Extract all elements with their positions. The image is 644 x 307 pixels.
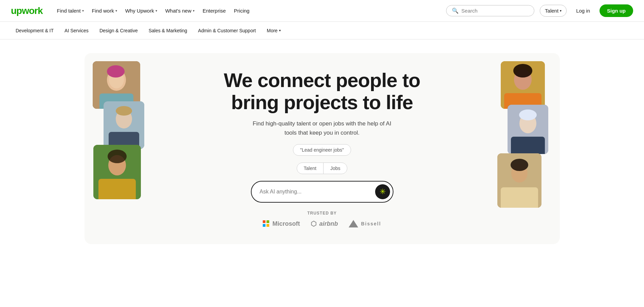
sec-nav-admin[interactable]: Admin & Customer Support (193, 25, 260, 36)
sec-nav-more[interactable]: More ▾ (262, 25, 286, 36)
main-navbar: upwork Find talent ▾ Find work ▾ Why Upw… (0, 0, 644, 22)
bissell-icon (349, 220, 358, 227)
svg-point-24 (511, 159, 528, 171)
nav-links: Find talent ▾ Find work ▾ Why Upwork ▾ W… (54, 5, 446, 16)
ai-star-icon: ✳ (380, 187, 386, 196)
nav-pricing[interactable]: Pricing (231, 5, 253, 16)
nav-why-upwork[interactable]: Why Upwork ▾ (122, 5, 161, 16)
secondary-navbar: Development & IT AI Services Design & Cr… (0, 22, 644, 39)
hero-card: We connect people to bring projects to l… (85, 53, 560, 244)
chevron-down-icon: ▾ (279, 29, 281, 32)
svg-rect-19 (511, 137, 545, 154)
upwork-logo[interactable]: upwork (11, 5, 43, 16)
chevron-down-icon: ▾ (82, 9, 84, 13)
login-button[interactable]: Log in (572, 5, 594, 16)
microsoft-logo: Microsoft (263, 220, 300, 227)
sec-nav-design[interactable]: Design & Creative (95, 25, 143, 36)
nav-whats-new[interactable]: What's new ▾ (162, 5, 198, 16)
svg-point-8 (116, 106, 132, 116)
bissell-logo: Bissell (349, 220, 381, 227)
person-photo-5 (508, 105, 548, 154)
chevron-down-icon: ▾ (115, 9, 117, 13)
trusted-section: TRUSTED BY Microsoft ⬡ airbnb (263, 211, 381, 228)
svg-point-12 (108, 150, 127, 163)
airbnb-icon: ⬡ (311, 220, 316, 228)
airbnb-logo: ⬡ airbnb (311, 220, 338, 228)
nav-find-talent[interactable]: Find talent ▾ (54, 5, 87, 16)
nav-find-work[interactable]: Find work ▾ (89, 5, 121, 16)
trusted-logos: Microsoft ⬡ airbnb Bissell (263, 220, 381, 228)
nav-enterprise[interactable]: Enterprise (199, 5, 229, 16)
sec-nav-dev-it[interactable]: Development & IT (11, 25, 58, 36)
logo-text: upwork (11, 5, 43, 16)
chevron-down-icon: ▾ (560, 9, 562, 13)
svg-rect-11 (98, 179, 136, 199)
ai-search-bar[interactable]: ✳ (251, 181, 393, 203)
photos-right (485, 53, 560, 244)
person-photo-3 (93, 145, 141, 199)
svg-point-20 (519, 109, 537, 120)
chevron-down-icon: ▾ (193, 9, 195, 13)
search-input[interactable] (461, 8, 529, 14)
search-bar[interactable]: 🔍 (446, 5, 534, 16)
nav-right: 🔍 Talent ▾ Log in Sign up (446, 4, 633, 17)
microsoft-icon (263, 220, 270, 227)
person-photo-2 (104, 101, 144, 149)
tab-jobs[interactable]: Jobs (324, 163, 347, 174)
svg-point-16 (513, 64, 532, 78)
sec-nav-sales[interactable]: Sales & Marketing (144, 25, 192, 36)
ai-search-input[interactable] (260, 189, 371, 195)
search-icon: 🔍 (452, 7, 459, 14)
svg-rect-23 (501, 187, 538, 208)
svg-point-4 (107, 65, 125, 78)
person-photo-4 (501, 61, 545, 109)
photos-left (85, 53, 159, 244)
hero-section: We connect people to bring projects to l… (0, 39, 644, 265)
hero-content: We connect people to bring projects to l… (220, 69, 424, 228)
person-photo-6 (497, 153, 541, 208)
talent-dropdown[interactable]: Talent ▾ (540, 5, 567, 17)
trusted-label: TRUSTED BY (307, 211, 337, 216)
tab-talent[interactable]: Talent (297, 163, 324, 174)
sec-nav-ai-services[interactable]: AI Services (60, 25, 93, 36)
search-suggestion: "Lead engineer jobs" (293, 144, 351, 156)
chevron-down-icon: ▾ (155, 9, 157, 13)
ai-submit-button[interactable]: ✳ (375, 184, 390, 199)
hero-subtitle: Find high-quality talent or open jobs wi… (251, 119, 393, 137)
search-tabs: Talent Jobs (297, 163, 348, 174)
hero-title: We connect people to bring projects to l… (220, 69, 424, 114)
signup-button[interactable]: Sign up (600, 4, 633, 17)
